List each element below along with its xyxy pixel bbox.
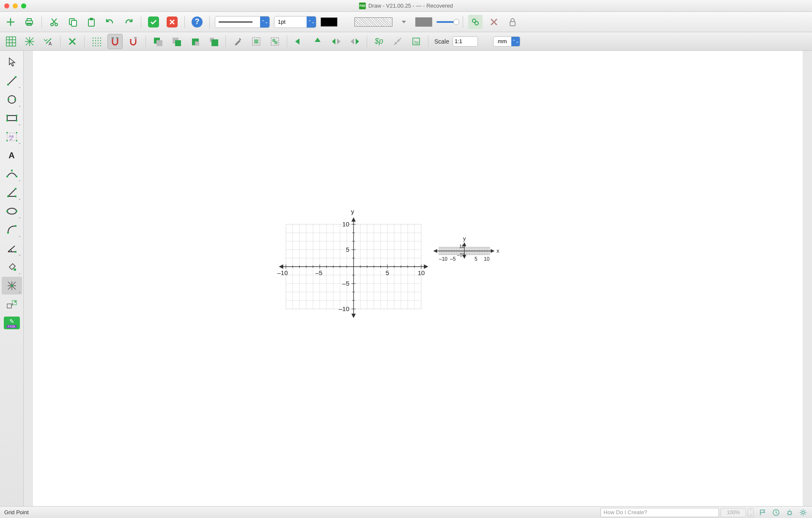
paste-button[interactable] [84,15,99,29]
svg-text:–5: –5 [450,256,456,262]
help-button[interactable]: ? [190,15,204,29]
coordinate-grid-object-2[interactable]: y x 10 –10 –10 –5 5 10 [430,234,502,268]
line-tool[interactable]: ⌄ [2,72,22,90]
zoom-stepper[interactable]: ⌃⌄ [748,508,754,517]
coordinate-grid-object-1[interactable]: y x –10 –5 5 10 10 5 –5 –10 [265,207,434,326]
close-window-button[interactable] [4,3,9,8]
scale-input[interactable] [453,36,478,47]
send-backward-button[interactable] [206,34,221,49]
line-style-selector[interactable]: ⌃⌄ [215,16,270,28]
confirm-button[interactable] [146,15,161,29]
svg-point-70 [7,208,16,214]
svg-rect-71 [6,210,8,212]
style-brush-button[interactable] [230,34,245,49]
svg-rect-44 [274,41,277,44]
zoom-window-button[interactable] [21,3,26,8]
window-title: FXD Draw - V21.00.25 - — - Recovered [359,3,453,9]
fill-pattern-swatch[interactable] [354,17,392,27]
rect-tool[interactable]: ⌄ [2,109,22,127]
app-icon: FXD [359,3,366,9]
minimize-window-button[interactable] [13,3,18,8]
snap-grid-button[interactable] [22,34,37,49]
svg-rect-66 [11,170,13,171]
svg-point-15 [98,37,99,38]
cancel-button[interactable] [165,15,179,29]
print-button[interactable] [22,15,36,29]
sketch-tool[interactable]: ✎FXSK [2,314,22,332]
svg-text:10: 10 [484,256,490,262]
fill-color-swatch[interactable] [415,17,432,27]
separator [367,36,367,47]
svg-rect-73 [7,232,9,234]
group-button[interactable] [249,34,264,49]
separator [184,16,185,28]
svg-rect-6 [71,20,77,26]
magnet-infinite-button[interactable]: ∞ [126,34,141,49]
separator [141,16,141,28]
flip-h-button[interactable] [291,34,307,49]
parameter-button[interactable]: $p [371,34,387,49]
new-button[interactable] [3,15,18,29]
canvas-viewport[interactable]: Z www.MacZ.com [24,51,812,506]
cut-button[interactable] [47,15,61,29]
redo-button[interactable] [121,15,136,29]
shape-tool[interactable]: ⌄ [2,202,22,220]
transform-tool[interactable] [2,295,22,313]
svg-text:∞: ∞ [134,36,137,40]
selection-tool[interactable] [2,53,22,71]
intersection-tool[interactable]: ⌄ [2,277,22,295]
fill-dropdown-button[interactable] [397,15,411,29]
bring-forward-button[interactable] [187,34,203,49]
history-icon[interactable] [771,508,781,517]
curve-tool[interactable]: ⌄ [2,165,22,183]
svg-text:–10: –10 [339,305,349,312]
svg-point-17 [93,40,93,41]
dropdown-arrow-icon: ⌃⌄ [260,17,269,28]
svg-text:A: A [49,41,52,46]
flag-icon[interactable] [758,508,767,517]
stroke-color-swatch[interactable] [321,17,337,27]
text-frame-tool[interactable]: Aax²⌄ [2,128,22,146]
svg-point-25 [93,45,93,46]
protractor-tool[interactable]: ⌄ [2,240,22,257]
bug-icon[interactable] [785,508,794,517]
magnet-snap-button[interactable] [107,34,123,49]
measure-button[interactable] [390,34,405,49]
units-selector[interactable]: mm ⌃⌄ [493,36,520,47]
mirror-h-button[interactable] [329,34,344,49]
ungroup-button[interactable] [267,34,283,49]
clear-button[interactable] [65,34,80,49]
mirror-v-button[interactable] [347,34,362,49]
link-tool-button[interactable] [468,15,483,29]
svg-point-76 [14,268,16,271]
send-back-button[interactable] [169,34,184,49]
dot-grid-button[interactable] [89,34,104,49]
primary-toolbar: ? ⌃⌄ 1pt ⌃⌄ [0,12,812,32]
drawing-canvas[interactable]: Z www.MacZ.com [33,51,803,506]
help-search-input[interactable]: How Do I Create? [601,508,719,517]
svg-rect-67 [7,196,9,197]
settings-icon[interactable] [798,508,808,517]
tool-palette: ⌄ ⌄ ⌄ Aax²⌄ A ⌄ ⌄ ⌄ ⌄ ⌄ ⌄ ⌄ ✎FXSK [0,51,24,506]
copy-button[interactable] [66,15,80,29]
arc-tool[interactable]: ⌄ [2,221,22,239]
flip-v-button[interactable] [310,34,325,49]
opacity-slider[interactable] [436,21,458,23]
angle-tool[interactable]: ⌄ [2,184,22,201]
text-tool[interactable]: A [2,146,22,164]
lock-button[interactable] [505,15,520,29]
bring-front-button[interactable] [150,34,165,49]
svg-rect-1 [27,19,31,21]
dropdown-arrow-icon: ⌃⌄ [307,17,316,28]
undo-button[interactable] [103,15,117,29]
unlink-tool-button[interactable] [487,15,501,29]
separator [84,36,85,47]
fill-tool[interactable]: ⌄ [2,258,22,276]
export-sp-button[interactable]: Sp [409,34,424,49]
svg-text:10: 10 [342,220,349,228]
stroke-width-selector[interactable]: 1pt ⌃⌄ [274,16,316,28]
grid-toggle-button[interactable] [3,34,19,49]
snap-point-button[interactable]: A [41,34,56,49]
circle-tool[interactable]: ⌄ [2,91,22,108]
svg-point-4 [55,23,58,26]
